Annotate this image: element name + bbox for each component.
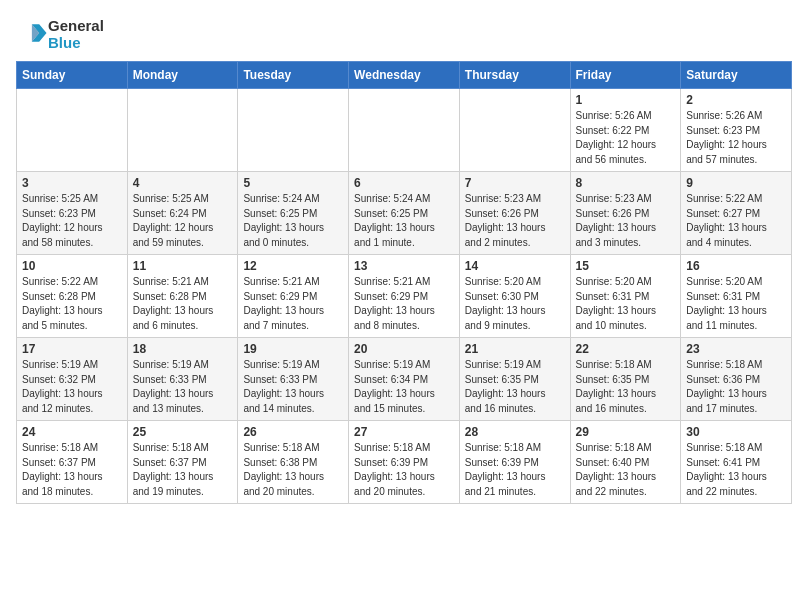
day-info: Sunrise: 5:18 AM Sunset: 6:41 PM Dayligh… — [686, 441, 786, 499]
calendar-day: 23Sunrise: 5:18 AM Sunset: 6:36 PM Dayli… — [681, 338, 792, 421]
day-info: Sunrise: 5:23 AM Sunset: 6:26 PM Dayligh… — [465, 192, 565, 250]
day-number: 4 — [133, 176, 233, 190]
calendar-day: 24Sunrise: 5:18 AM Sunset: 6:37 PM Dayli… — [17, 421, 128, 504]
day-number: 18 — [133, 342, 233, 356]
day-info: Sunrise: 5:22 AM Sunset: 6:28 PM Dayligh… — [22, 275, 122, 333]
calendar-header-saturday: Saturday — [681, 62, 792, 89]
day-number: 11 — [133, 259, 233, 273]
calendar-day — [127, 89, 238, 172]
day-number: 15 — [576, 259, 676, 273]
day-number: 25 — [133, 425, 233, 439]
calendar-day: 22Sunrise: 5:18 AM Sunset: 6:35 PM Dayli… — [570, 338, 681, 421]
day-number: 26 — [243, 425, 343, 439]
day-info: Sunrise: 5:25 AM Sunset: 6:23 PM Dayligh… — [22, 192, 122, 250]
day-number: 14 — [465, 259, 565, 273]
day-info: Sunrise: 5:19 AM Sunset: 6:35 PM Dayligh… — [465, 358, 565, 416]
day-number: 2 — [686, 93, 786, 107]
calendar-day: 27Sunrise: 5:18 AM Sunset: 6:39 PM Dayli… — [349, 421, 460, 504]
day-info: Sunrise: 5:24 AM Sunset: 6:25 PM Dayligh… — [354, 192, 454, 250]
day-info: Sunrise: 5:20 AM Sunset: 6:31 PM Dayligh… — [576, 275, 676, 333]
calendar-header-friday: Friday — [570, 62, 681, 89]
calendar-day: 8Sunrise: 5:23 AM Sunset: 6:26 PM Daylig… — [570, 172, 681, 255]
calendar-day: 21Sunrise: 5:19 AM Sunset: 6:35 PM Dayli… — [459, 338, 570, 421]
day-number: 12 — [243, 259, 343, 273]
day-number: 28 — [465, 425, 565, 439]
calendar-day: 19Sunrise: 5:19 AM Sunset: 6:33 PM Dayli… — [238, 338, 349, 421]
calendar-header-monday: Monday — [127, 62, 238, 89]
calendar-day: 29Sunrise: 5:18 AM Sunset: 6:40 PM Dayli… — [570, 421, 681, 504]
calendar-day: 30Sunrise: 5:18 AM Sunset: 6:41 PM Dayli… — [681, 421, 792, 504]
day-info: Sunrise: 5:21 AM Sunset: 6:29 PM Dayligh… — [354, 275, 454, 333]
calendar-day: 17Sunrise: 5:19 AM Sunset: 6:32 PM Dayli… — [17, 338, 128, 421]
day-info: Sunrise: 5:19 AM Sunset: 6:33 PM Dayligh… — [133, 358, 233, 416]
day-number: 27 — [354, 425, 454, 439]
day-info: Sunrise: 5:20 AM Sunset: 6:30 PM Dayligh… — [465, 275, 565, 333]
day-number: 16 — [686, 259, 786, 273]
day-number: 10 — [22, 259, 122, 273]
calendar-day: 15Sunrise: 5:20 AM Sunset: 6:31 PM Dayli… — [570, 255, 681, 338]
calendar-table: SundayMondayTuesdayWednesdayThursdayFrid… — [16, 61, 792, 504]
calendar-day — [17, 89, 128, 172]
day-number: 23 — [686, 342, 786, 356]
calendar-day: 9Sunrise: 5:22 AM Sunset: 6:27 PM Daylig… — [681, 172, 792, 255]
calendar-header-tuesday: Tuesday — [238, 62, 349, 89]
calendar-day: 6Sunrise: 5:24 AM Sunset: 6:25 PM Daylig… — [349, 172, 460, 255]
day-info: Sunrise: 5:26 AM Sunset: 6:22 PM Dayligh… — [576, 109, 676, 167]
page-header: General Blue — [0, 0, 792, 61]
calendar-day: 7Sunrise: 5:23 AM Sunset: 6:26 PM Daylig… — [459, 172, 570, 255]
calendar-header-sunday: Sunday — [17, 62, 128, 89]
day-info: Sunrise: 5:25 AM Sunset: 6:24 PM Dayligh… — [133, 192, 233, 250]
day-info: Sunrise: 5:21 AM Sunset: 6:28 PM Dayligh… — [133, 275, 233, 333]
calendar-day: 25Sunrise: 5:18 AM Sunset: 6:37 PM Dayli… — [127, 421, 238, 504]
calendar-day: 26Sunrise: 5:18 AM Sunset: 6:38 PM Dayli… — [238, 421, 349, 504]
calendar-header-wednesday: Wednesday — [349, 62, 460, 89]
day-number: 1 — [576, 93, 676, 107]
day-info: Sunrise: 5:18 AM Sunset: 6:39 PM Dayligh… — [354, 441, 454, 499]
calendar-week-4: 17Sunrise: 5:19 AM Sunset: 6:32 PM Dayli… — [17, 338, 792, 421]
calendar-day — [238, 89, 349, 172]
day-number: 19 — [243, 342, 343, 356]
logo-text-general: General — [48, 17, 104, 34]
calendar-day: 4Sunrise: 5:25 AM Sunset: 6:24 PM Daylig… — [127, 172, 238, 255]
day-info: Sunrise: 5:19 AM Sunset: 6:34 PM Dayligh… — [354, 358, 454, 416]
day-info: Sunrise: 5:23 AM Sunset: 6:26 PM Dayligh… — [576, 192, 676, 250]
day-number: 29 — [576, 425, 676, 439]
calendar-day: 12Sunrise: 5:21 AM Sunset: 6:29 PM Dayli… — [238, 255, 349, 338]
calendar-day: 3Sunrise: 5:25 AM Sunset: 6:23 PM Daylig… — [17, 172, 128, 255]
day-info: Sunrise: 5:24 AM Sunset: 6:25 PM Dayligh… — [243, 192, 343, 250]
day-info: Sunrise: 5:18 AM Sunset: 6:40 PM Dayligh… — [576, 441, 676, 499]
calendar-day: 14Sunrise: 5:20 AM Sunset: 6:30 PM Dayli… — [459, 255, 570, 338]
day-number: 30 — [686, 425, 786, 439]
calendar-day: 20Sunrise: 5:19 AM Sunset: 6:34 PM Dayli… — [349, 338, 460, 421]
logo: General Blue — [24, 18, 104, 51]
calendar-header-thursday: Thursday — [459, 62, 570, 89]
day-info: Sunrise: 5:18 AM Sunset: 6:37 PM Dayligh… — [133, 441, 233, 499]
calendar-day: 5Sunrise: 5:24 AM Sunset: 6:25 PM Daylig… — [238, 172, 349, 255]
calendar-container: SundayMondayTuesdayWednesdayThursdayFrid… — [0, 61, 792, 512]
calendar-day: 2Sunrise: 5:26 AM Sunset: 6:23 PM Daylig… — [681, 89, 792, 172]
day-number: 24 — [22, 425, 122, 439]
calendar-day: 28Sunrise: 5:18 AM Sunset: 6:39 PM Dayli… — [459, 421, 570, 504]
day-info: Sunrise: 5:19 AM Sunset: 6:33 PM Dayligh… — [243, 358, 343, 416]
day-info: Sunrise: 5:18 AM Sunset: 6:39 PM Dayligh… — [465, 441, 565, 499]
day-info: Sunrise: 5:22 AM Sunset: 6:27 PM Dayligh… — [686, 192, 786, 250]
day-info: Sunrise: 5:18 AM Sunset: 6:38 PM Dayligh… — [243, 441, 343, 499]
day-info: Sunrise: 5:26 AM Sunset: 6:23 PM Dayligh… — [686, 109, 786, 167]
calendar-day: 16Sunrise: 5:20 AM Sunset: 6:31 PM Dayli… — [681, 255, 792, 338]
calendar-day — [459, 89, 570, 172]
calendar-week-2: 3Sunrise: 5:25 AM Sunset: 6:23 PM Daylig… — [17, 172, 792, 255]
calendar-header-row: SundayMondayTuesdayWednesdayThursdayFrid… — [17, 62, 792, 89]
calendar-week-5: 24Sunrise: 5:18 AM Sunset: 6:37 PM Dayli… — [17, 421, 792, 504]
day-info: Sunrise: 5:20 AM Sunset: 6:31 PM Dayligh… — [686, 275, 786, 333]
day-number: 9 — [686, 176, 786, 190]
day-number: 5 — [243, 176, 343, 190]
day-info: Sunrise: 5:18 AM Sunset: 6:35 PM Dayligh… — [576, 358, 676, 416]
logo-text-blue: Blue — [48, 34, 81, 51]
logo-icon — [26, 22, 48, 44]
day-number: 3 — [22, 176, 122, 190]
calendar-day: 11Sunrise: 5:21 AM Sunset: 6:28 PM Dayli… — [127, 255, 238, 338]
calendar-day: 10Sunrise: 5:22 AM Sunset: 6:28 PM Dayli… — [17, 255, 128, 338]
day-number: 21 — [465, 342, 565, 356]
day-number: 6 — [354, 176, 454, 190]
day-number: 8 — [576, 176, 676, 190]
